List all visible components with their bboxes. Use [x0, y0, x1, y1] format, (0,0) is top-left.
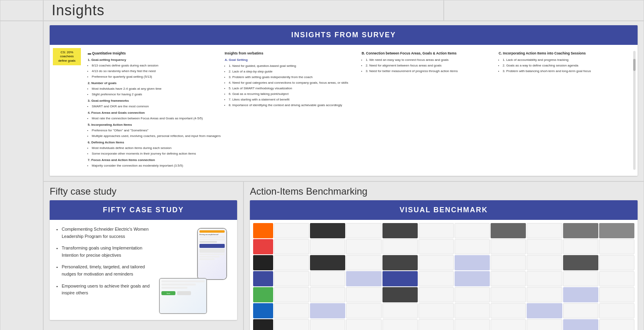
- bc-cell-1-1: [274, 223, 309, 238]
- bc-r5-10: [599, 287, 634, 302]
- bc-r3-3: [346, 255, 381, 270]
- bc-r4-6: [455, 271, 490, 286]
- bc-r6-1: [274, 303, 309, 318]
- insights-col1-s3-heading: 3. Goal-setting frameworks: [88, 99, 221, 103]
- insights-col4-title: C. Incorporating Action Items into Coach…: [499, 51, 632, 56]
- bc-r2-7: [491, 239, 526, 254]
- insights-card-body: CS: 20% coachees define goals ▬ Quantita…: [50, 45, 638, 176]
- bc-cell-1-10: [599, 223, 634, 238]
- bc-cell-1-4: [382, 223, 418, 238]
- bc-logo-1: [253, 223, 273, 238]
- bc-r6-3: [346, 303, 381, 318]
- benchmark-row-1: [253, 223, 634, 238]
- benchmark-card: VISUAL BENCHMARK: [250, 200, 638, 330]
- bc-r5-3: [346, 287, 381, 302]
- insights-col1-s2-list: Most individuals have 2-4 goals at any g…: [88, 87, 221, 97]
- fifty-bullet-2: Transforming goals using Implementation …: [62, 245, 153, 259]
- bc-r5-5: [419, 287, 454, 302]
- bc-cell-1-5: [419, 223, 454, 238]
- sticky-note: CS: 20% coachees define goals: [53, 48, 81, 65]
- insights-section: INSIGHTS FROM SURVEY CS: 20% coachees de…: [43, 21, 644, 181]
- insights-col-incorporating: C. Incorporating Action Items into Coach…: [499, 51, 632, 170]
- page-title-cell: Insights: [43, 0, 444, 21]
- bc-r6-9: [563, 303, 598, 318]
- benchmark-row-2: [253, 239, 634, 254]
- insights-card: INSIGHTS FROM SURVEY CS: 20% coachees de…: [50, 25, 638, 176]
- fifty-card-body: Complementing Schneider Electric's Women…: [50, 220, 237, 320]
- insights-col1-s2-heading: 2. Number of goals: [88, 81, 221, 86]
- fifty-section: Fifty case study FIFTY CASE STUDY Comple…: [43, 181, 244, 330]
- mock-phone-screen: Driving accomplishment!: [198, 229, 226, 279]
- insights-col1-s6-list: Most individuals define action items dur…: [88, 146, 221, 156]
- benchmark-card-header: VISUAL BENCHMARK: [250, 200, 638, 220]
- mock-phone: Driving accomplishment!: [197, 228, 227, 280]
- bc-r2-4: [382, 239, 418, 254]
- bc-r2-6: [455, 239, 490, 254]
- bc-r4-10: [599, 271, 634, 286]
- bc-r4-7: [491, 271, 526, 286]
- bc-r4-3: [346, 271, 381, 286]
- fifty-card: FIFTY CASE STUDY Complementing Schneider…: [50, 200, 237, 320]
- bc-logo-4: [253, 271, 273, 286]
- bc-cell-1-8: [527, 223, 562, 238]
- insights-col1-s7-list: Majority consider the connection as mode…: [88, 163, 221, 168]
- bc-logo-5: [253, 287, 273, 302]
- bc-r2-2: [310, 239, 345, 254]
- bc-cell-1-7: [491, 223, 526, 238]
- fifty-bullets: Complementing Schneider Electric's Women…: [56, 226, 153, 302]
- fifty-device-illustration: Driving accomplishment!: [159, 226, 231, 314]
- bc-r7-10: [599, 319, 634, 330]
- fifty-content: Complementing Schneider Electric's Women…: [56, 226, 231, 314]
- bc-r4-8: [527, 271, 562, 286]
- insights-col1-s4-heading: 4. Focus Areas and Goals connection: [88, 111, 221, 115]
- bc-r7-4: [382, 319, 418, 330]
- bc-r7-2: [310, 319, 345, 330]
- bc-r4-4: [382, 271, 418, 286]
- bc-r5-6: [455, 287, 490, 302]
- insights-col1-s3-list: SMART and OKR are the most common: [88, 104, 221, 109]
- bc-r7-3: [346, 319, 381, 330]
- top-left-cell: [0, 0, 43, 21]
- bc-r6-8: [527, 303, 562, 318]
- action-section: Action-Items Benchmarking VISUAL BENCHMA…: [244, 181, 644, 330]
- bc-r2-8: [527, 239, 562, 254]
- insights-col1-s6-heading: 6. Defining Action Items: [88, 140, 221, 145]
- bc-r7-9: [563, 319, 598, 330]
- bc-r3-7: [491, 255, 526, 270]
- bc-r7-8: [527, 319, 562, 330]
- insights-col1-s5-heading: 5. Incorporating Action Items: [88, 123, 221, 127]
- mock-tablet-screen: Save: [160, 279, 206, 313]
- insights-col-verbatims: Insights from verbatims A. Goal Setting …: [225, 51, 358, 170]
- bc-r2-5: [419, 239, 454, 254]
- insights-col3-title: B. Connection between Focus Areas, Goals…: [362, 51, 495, 56]
- insights-col2-s1-heading: A. Goal Setting: [225, 58, 358, 62]
- bc-r5-9: [563, 287, 598, 302]
- benchmark-card-title: VISUAL BENCHMARK: [400, 206, 488, 214]
- bc-r7-5: [419, 319, 454, 330]
- insights-col1-s1-heading: 1. Goal-setting frequency: [88, 58, 221, 62]
- insights-col-connection: B. Connection between Focus Areas, Goals…: [362, 51, 495, 170]
- left-sidebar: [0, 21, 43, 330]
- fifty-card-header: FIFTY CASE STUDY: [50, 200, 237, 220]
- bc-r6-6: [455, 303, 490, 318]
- bc-r7-1: [274, 319, 309, 330]
- bc-r4-9: [563, 271, 598, 286]
- mock-tablet: Save: [159, 278, 207, 314]
- bc-r4-2: [310, 271, 345, 286]
- insights-col3-list: 1. We need an easy way to connect focus …: [362, 58, 495, 74]
- bc-r3-1: [274, 255, 309, 270]
- bc-r6-4: [382, 303, 418, 318]
- bc-r6-10: [599, 303, 634, 318]
- benchmark-row-6: [253, 303, 634, 318]
- fifty-bullet-1: Complementing Schneider Electric's Women…: [62, 226, 153, 240]
- bc-r2-3: [346, 239, 381, 254]
- bc-r3-10: [599, 255, 634, 270]
- benchmark-grid-wrapper: [253, 223, 634, 330]
- bc-r6-7: [491, 303, 526, 318]
- action-title: Action-Items Benchmarking: [250, 186, 638, 197]
- fifty-bullet-3: Personalized, timely, targeted, and tail…: [62, 264, 153, 278]
- insights-col1-title: ▬ Quantitative Insights: [88, 51, 221, 56]
- bc-cell-1-3: [346, 223, 381, 238]
- bc-logo-6: [253, 303, 273, 318]
- bc-cell-1-9: [563, 223, 598, 238]
